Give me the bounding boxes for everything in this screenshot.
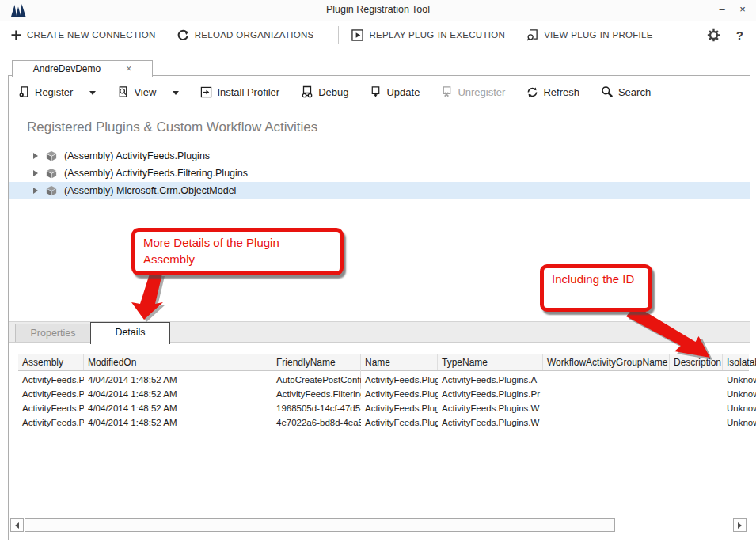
expand-arrow-icon[interactable]	[33, 170, 38, 176]
column-header-typename[interactable]: TypeName	[438, 354, 543, 370]
cell-description	[670, 387, 723, 401]
search-icon	[601, 85, 614, 98]
cell-typename: ActivityFeeds.Plugins.Pr	[438, 387, 543, 401]
callout-including-id: Including the ID	[540, 264, 652, 312]
table-row[interactable]: ActivityFeeds.P 4/04/2014 1:48:52 AM Aut…	[18, 373, 749, 387]
tree-heading: Registered Plugins & Custom Workflow Act…	[27, 119, 317, 135]
action-label: Search	[618, 86, 651, 98]
cell-typename: ActivityFeeds.Plugins.A	[438, 373, 543, 387]
toolbar-item-label: VIEW PLUG-IN PROFILE	[544, 30, 653, 40]
reload-organizations-button[interactable]: RELOAD ORGANIZATIONS	[177, 29, 314, 41]
search-button[interactable]: Search	[601, 85, 651, 98]
tree-item-activityfeeds-filtering-plugins[interactable]: (Assembly) ActivityFeeds.Filtering.Plugi…	[9, 165, 750, 182]
cell-typename: ActivityFeeds.Plugins.W	[438, 415, 543, 430]
view-dropdown-button[interactable]	[173, 91, 179, 95]
unregister-button[interactable]: Unregister	[441, 85, 505, 98]
tree-item-label: (Assembly) Microsoft.Crm.ObjectModel	[64, 185, 236, 196]
view-plugin-profile-button[interactable]: VIEW PLUG-IN PROFILE	[526, 29, 653, 41]
replay-plugin-execution-button[interactable]: REPLAY PLUG-IN EXECUTION	[351, 29, 505, 41]
cell-name: ActivityFeeds.Plug	[361, 387, 438, 401]
action-label: View	[134, 86, 156, 98]
column-header-name[interactable]: Name	[361, 354, 438, 370]
minimize-button[interactable]: –	[713, 2, 731, 17]
table-header: Assembly ModifiedOn FriendlyName Name Ty…	[18, 354, 749, 371]
debug-button[interactable]: Debug	[301, 85, 348, 98]
assembly-cube-icon	[46, 185, 57, 196]
table-row[interactable]: ActivityFeeds.P 4/04/2014 1:48:52 AM Act…	[18, 387, 749, 401]
title-bar: Plugin Registration Tool – ×	[0, 0, 756, 21]
toolbar-item-label: REPLAY PLUG-IN EXECUTION	[369, 30, 505, 40]
column-header-description[interactable]: Description	[670, 354, 723, 370]
window-title: Plugin Registration Tool	[0, 4, 756, 15]
cell-typename: ActivityFeeds.Plugins.W	[438, 401, 543, 415]
cell-workflowactivitygroupname	[543, 401, 670, 415]
assembly-cube-icon	[46, 168, 57, 179]
scroll-left-arrow-icon	[15, 522, 19, 529]
cell-assembly: ActivityFeeds.P	[18, 401, 84, 415]
register-dropdown-button[interactable]	[89, 91, 96, 95]
cell-name: ActivityFeeds.Plug	[361, 401, 438, 415]
table-row[interactable]: ActivityFeeds.P 4/04/2014 1:48:52 AM 196…	[18, 401, 749, 415]
scroll-right-button[interactable]	[733, 518, 747, 532]
install-profiler-icon	[200, 86, 212, 98]
tree-item-microsoft-crm-objectmodel[interactable]: (Assembly) Microsoft.Crm.ObjectModel	[9, 182, 750, 199]
expand-arrow-icon[interactable]	[33, 188, 38, 194]
cell-name: ActivityFeeds.Plug	[361, 415, 438, 430]
cell-description	[670, 373, 723, 387]
profile-icon	[526, 29, 538, 41]
table-row[interactable]: ActivityFeeds.P 4/04/2014 1:48:52 AM 4e7…	[18, 415, 749, 430]
main-toolbar: CREATE NEW CONNECTION RELOAD ORGANIZATIO…	[0, 21, 756, 48]
cell-assembly: ActivityFeeds.P	[18, 387, 84, 401]
cell-workflowactivitygroupname	[543, 415, 670, 430]
table-body: ActivityFeeds.P 4/04/2014 1:48:52 AM Aut…	[18, 373, 749, 430]
column-header-workflowactivitygroupname[interactable]: WorkflowActivityGroupName	[543, 354, 670, 370]
column-header-assembly[interactable]: Assembly	[18, 354, 84, 370]
action-label: Install Profiler	[217, 86, 279, 98]
callout-text: More Details of the Plugin Assembly	[143, 236, 279, 266]
callout-more-details: More Details of the Plugin Assembly	[131, 228, 344, 275]
toolbar-separator	[338, 26, 339, 44]
view-icon	[117, 85, 129, 98]
details-tab-strip: Properties Details	[9, 321, 750, 343]
update-button[interactable]: Update	[370, 85, 420, 98]
unregister-icon	[441, 85, 453, 98]
expand-arrow-icon[interactable]	[33, 153, 38, 159]
action-label: Refresh	[543, 86, 579, 98]
refresh-icon	[526, 86, 538, 98]
register-button[interactable]: Register	[18, 85, 73, 98]
toolbar-item-label: CREATE NEW CONNECTION	[27, 30, 156, 40]
cell-isolatable: Unknown	[723, 401, 756, 415]
cell-modifiedon: 4/04/2014 1:48:52 AM	[84, 415, 272, 450]
refresh-button[interactable]: Refresh	[526, 86, 579, 98]
reload-icon	[177, 29, 189, 41]
replay-icon	[351, 29, 363, 41]
update-icon	[370, 85, 382, 98]
cell-isolatable: Unknown	[723, 387, 756, 401]
tab-details[interactable]: Details	[90, 322, 170, 344]
install-profiler-button[interactable]: Install Profiler	[200, 86, 279, 98]
help-button[interactable]: ?	[736, 28, 743, 42]
cell-isolatable: Unknown	[723, 373, 756, 387]
tab-andredevdemo[interactable]: AndreDevDemo ×	[12, 60, 153, 77]
column-header-isolatable[interactable]: Isolatable	[723, 354, 756, 370]
scroll-left-button[interactable]	[10, 518, 24, 532]
scrollbar-thumb[interactable]	[25, 518, 615, 532]
tree-item-activityfeeds-plugins[interactable]: (Assembly) ActivityFeeds.Plugins	[9, 147, 750, 165]
view-button[interactable]: View	[117, 85, 156, 98]
create-new-connection-button[interactable]: CREATE NEW CONNECTION	[11, 30, 156, 40]
toolbar-item-label: RELOAD ORGANIZATIONS	[195, 30, 314, 40]
settings-gear-icon[interactable]	[707, 28, 720, 42]
cell-assembly: ActivityFeeds.P	[18, 415, 84, 430]
close-button[interactable]: ×	[734, 2, 751, 17]
action-label: Debug	[318, 86, 348, 98]
cell-name: ActivityFeeds.Plug	[361, 373, 438, 387]
plus-icon	[11, 30, 21, 40]
tree-item-label: (Assembly) ActivityFeeds.Filtering.Plugi…	[64, 168, 248, 179]
tab-properties[interactable]: Properties	[15, 324, 91, 342]
action-label: Unregister	[458, 86, 505, 98]
action-label: Update	[386, 86, 420, 98]
connection-tab-label: AndreDevDemo	[33, 63, 101, 74]
tree-item-label: (Assembly) ActivityFeeds.Plugins	[64, 150, 210, 161]
horizontal-scrollbar[interactable]	[10, 518, 747, 533]
tab-close-icon[interactable]: ×	[126, 63, 131, 74]
